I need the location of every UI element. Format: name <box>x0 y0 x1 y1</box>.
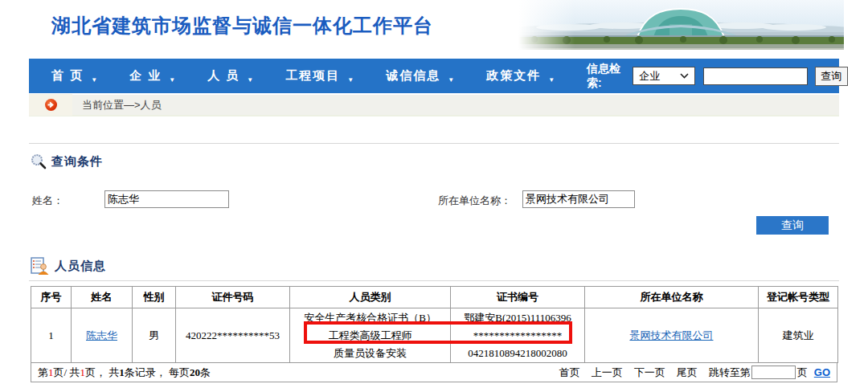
col-header-gender: 性别 <box>133 287 176 308</box>
main-navbar: 首 页▼ 企 业▼ 人 员▼ 工程项目▼ 诚信信息▼ 政策文件▼ 信息检索: 企… <box>29 59 839 93</box>
section-divider <box>29 143 839 144</box>
cell-seq: 1 <box>31 308 72 363</box>
jump-page-input[interactable] <box>751 366 796 379</box>
company-link[interactable]: 景网技术有限公司 <box>630 329 714 341</box>
last-page-link[interactable]: 尾页 <box>677 366 698 380</box>
category-line: 安全生产考核合格证书（B） <box>290 309 450 327</box>
company-field[interactable] <box>522 190 635 208</box>
pg-text: 条 <box>200 366 211 378</box>
prev-page-link[interactable]: 上一页 <box>592 366 623 380</box>
page-title: 湖北省建筑市场监督与诚信一体化工作平台 <box>51 13 433 39</box>
first-page-link[interactable]: 首页 <box>559 366 580 380</box>
pg-text: 页/ 共 <box>54 366 80 378</box>
name-field[interactable] <box>104 190 229 208</box>
nav-search-area: 信息检索: 企业 查询 <box>587 62 848 91</box>
personnel-section-header: 人员信息 <box>31 256 868 276</box>
chevron-down-icon: ▼ <box>347 76 354 84</box>
col-header-account-type: 登记帐号类型 <box>759 287 838 308</box>
nav-item-policy[interactable]: 政策文件▼ <box>486 68 555 84</box>
jump-to-label: 跳转至第 <box>709 366 751 380</box>
cell-id-number: 420222**********53 <box>176 308 290 363</box>
info-search-label: 信息检索: <box>587 62 624 91</box>
section-divider <box>29 280 839 281</box>
cert-number-line-highlighted: ***************** <box>451 327 584 345</box>
nav-item-credit[interactable]: 诚信信息▼ <box>386 68 454 84</box>
next-page-link[interactable]: 下一页 <box>634 366 665 380</box>
person-name-link[interactable]: 陈志华 <box>86 329 117 341</box>
breadcrumb: 当前位置—>人员 <box>82 98 162 112</box>
nav-item-enterprise-label: 企 业 <box>129 68 162 82</box>
pagination-controls: 首页 上一页 下一页 尾页 跳转至第 页 GO <box>548 366 830 380</box>
nav-item-personnel-label: 人 员 <box>207 68 240 82</box>
cell-company: 景网技术有限公司 <box>585 308 759 363</box>
chevron-down-icon: ▼ <box>169 76 175 84</box>
cell-categories: 安全生产考核合格证书（B） 工程类高级工程师 质量员设备安装 <box>290 308 451 363</box>
personnel-table-wrap: 序号 姓名 性别 证件号码 人员类别 证书编号 所在单位名称 登记帐号类型 1 … <box>31 286 837 363</box>
pg-text: 第 <box>38 366 48 378</box>
nav-item-enterprise[interactable]: 企 业▼ <box>129 68 175 84</box>
pg-text: 条记录， 每页 <box>125 366 190 378</box>
cert-number-line: 鄂建安B(2015)11106396 <box>451 309 584 327</box>
table-header-row: 序号 姓名 性别 证件号码 人员类别 证书编号 所在单位名称 登记帐号类型 <box>31 287 838 308</box>
table-row: 1 陈志华 男 420222**********53 安全生产考核合格证书（B）… <box>31 308 838 363</box>
cell-name: 陈志华 <box>72 308 133 363</box>
search-category-value: 企业 <box>639 69 660 84</box>
cert-number-line: 0421810894218002080 <box>451 345 584 362</box>
query-form: 姓名： 所在单位名称： 查询 <box>29 171 839 245</box>
search-icon <box>31 153 47 169</box>
page-header: 湖北省建筑市场监督与诚信一体化工作平台 <box>0 0 868 50</box>
nav-item-policy-label: 政策文件 <box>486 68 541 82</box>
arrow-right-icon <box>45 99 57 111</box>
pg-text: 页， 共 <box>85 366 119 378</box>
jump-page-suffix: 页 <box>797 366 808 380</box>
nav-item-home[interactable]: 首 页▼ <box>51 68 97 84</box>
category-line-highlighted: 工程类高级工程师 <box>290 327 450 345</box>
cell-gender: 男 <box>133 308 176 363</box>
person-list-icon <box>31 256 50 276</box>
pagination-bar: 第1页/ 共1页， 共1条记录， 每页20条 首页 上一页 下一页 尾页 跳转至… <box>31 363 837 382</box>
nav-item-credit-label: 诚信信息 <box>386 68 440 82</box>
pg-page-size: 20 <box>190 366 200 378</box>
go-button[interactable]: GO <box>814 366 830 378</box>
breadcrumb-icon-box <box>29 94 72 116</box>
col-header-company: 所在单位名称 <box>585 287 759 308</box>
personnel-section-title: 人员信息 <box>55 259 106 274</box>
chevron-down-icon: ▼ <box>448 76 454 84</box>
header-building-image <box>518 0 844 50</box>
chevron-down-icon: ▼ <box>91 76 97 84</box>
personnel-table: 序号 姓名 性别 证件号码 人员类别 证书编号 所在单位名称 登记帐号类型 1 … <box>31 286 838 363</box>
chevron-down-icon: ▼ <box>247 76 253 84</box>
cell-cert-numbers: 鄂建安B(2015)11106396 ***************** 042… <box>451 308 585 363</box>
nav-item-personnel[interactable]: 人 员▼ <box>207 68 253 84</box>
pagination-summary: 第1页/ 共1页， 共1条记录， 每页20条 <box>38 366 211 380</box>
breadcrumb-bar: 当前位置—>人员 <box>29 95 839 116</box>
query-section-title: 查询条件 <box>51 154 103 169</box>
chevron-down-icon: ▼ <box>548 76 555 84</box>
select-chevron-icon <box>680 73 689 79</box>
cell-account-type: 建筑业 <box>759 308 838 363</box>
nav-item-projects-label: 工程项目 <box>285 68 340 82</box>
nav-search-button[interactable]: 查询 <box>815 67 848 86</box>
col-header-name: 姓名 <box>72 287 133 308</box>
query-section-header: 查询条件 <box>31 152 868 171</box>
nav-search-input[interactable] <box>703 67 808 85</box>
nav-item-home-label: 首 页 <box>51 68 84 82</box>
col-header-category: 人员类别 <box>290 287 451 308</box>
category-line: 质量员设备安装 <box>290 345 450 362</box>
col-header-id-number: 证件号码 <box>176 287 290 308</box>
col-header-cert-number: 证书编号 <box>451 287 585 308</box>
name-field-label: 姓名： <box>32 194 63 208</box>
query-submit-button[interactable]: 查询 <box>756 216 829 235</box>
col-header-seq: 序号 <box>31 287 72 308</box>
nav-item-projects[interactable]: 工程项目▼ <box>285 68 354 84</box>
company-field-label: 所在单位名称： <box>438 194 511 208</box>
search-category-select[interactable]: 企业 <box>633 67 695 85</box>
